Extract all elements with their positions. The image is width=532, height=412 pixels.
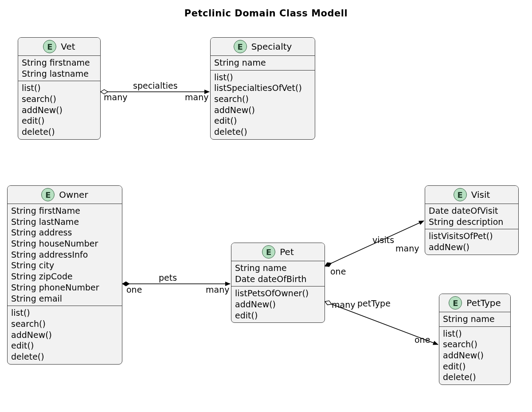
rel-mult-visit-side: many	[395, 243, 419, 253]
rel-label-pets: pets	[159, 273, 177, 283]
rel-mult-pettype-side: one	[415, 335, 430, 345]
entity-pet-name: Pet	[280, 247, 294, 257]
entity-owner-operations: list() search() addNew() edit() delete()	[8, 306, 122, 364]
entity-pettype-header: E PetType	[439, 294, 510, 312]
entity-vet: E Vet String firstname String lastname l…	[18, 37, 101, 140]
entity-icon: E	[262, 245, 275, 259]
entity-specialty-attributes: String name	[211, 56, 315, 71]
entity-icon: E	[43, 40, 56, 53]
entity-visit-operations: listVisitsOfPet() addNew()	[425, 229, 518, 254]
rel-label-visits: visits	[372, 235, 394, 245]
entity-visit-attributes: Date dateOfVisit String description	[425, 204, 518, 229]
entity-vet-name: Vet	[61, 41, 75, 52]
entity-specialty-operations: list() listSpecialtiesOfVet() search() a…	[211, 71, 315, 139]
entity-specialty: E Specialty String name list() listSpeci…	[210, 37, 315, 140]
entity-visit-header: E Visit	[425, 186, 518, 204]
entity-icon: E	[234, 40, 247, 53]
entity-specialty-header: E Specialty	[211, 38, 315, 56]
rel-mult-pet-pettype-src: many	[332, 300, 355, 310]
entity-pettype: E PetType String name list() search() ad…	[439, 294, 511, 385]
entity-pet-attributes: String name Date dateOfBirth	[231, 261, 325, 286]
entity-owner-header: E Owner	[8, 186, 122, 204]
rel-mult-pet-visit-src: one	[330, 267, 346, 276]
rel-label-specialties: specialties	[133, 81, 178, 90]
entity-pettype-attributes: String name	[439, 312, 510, 327]
entity-vet-operations: list() search() addNew() edit() delete()	[18, 81, 100, 139]
entity-pet-operations: listPetsOfOwner() addNew() edit()	[231, 286, 325, 322]
entity-pettype-operations: list() search() addNew() edit() delete()	[439, 327, 510, 385]
entity-specialty-name: Specialty	[251, 41, 292, 52]
entity-icon: E	[449, 296, 462, 310]
rel-mult-vet-side: many	[104, 92, 127, 102]
entity-vet-attributes: String firstname String lastname	[18, 56, 100, 81]
rel-mult-specialty-side: many	[185, 92, 208, 102]
entity-pet: E Pet String name Date dateOfBirth listP…	[231, 243, 325, 323]
rel-mult-owner-side: one	[126, 285, 142, 294]
entity-vet-header: E Vet	[18, 38, 100, 56]
entity-owner-name: Owner	[59, 189, 88, 200]
diagram-title: Petclinic Domain Class Modell	[0, 8, 532, 19]
entity-owner-attributes: String firstName String lastName String …	[8, 204, 122, 306]
diagram-canvas: Petclinic Domain Class Modell E Vet Stri…	[0, 0, 532, 412]
entity-pettype-name: PetType	[466, 298, 501, 308]
entity-visit: E Visit Date dateOfVisit String descript…	[425, 185, 519, 255]
entity-icon: E	[454, 188, 467, 201]
entity-pet-header: E Pet	[231, 243, 325, 261]
entity-visit-name: Visit	[471, 189, 490, 200]
rel-label-pettype: petType	[357, 298, 391, 308]
rel-mult-pet-side: many	[206, 285, 229, 294]
entity-owner: E Owner String firstName String lastName…	[7, 185, 122, 365]
entity-icon: E	[41, 188, 55, 201]
